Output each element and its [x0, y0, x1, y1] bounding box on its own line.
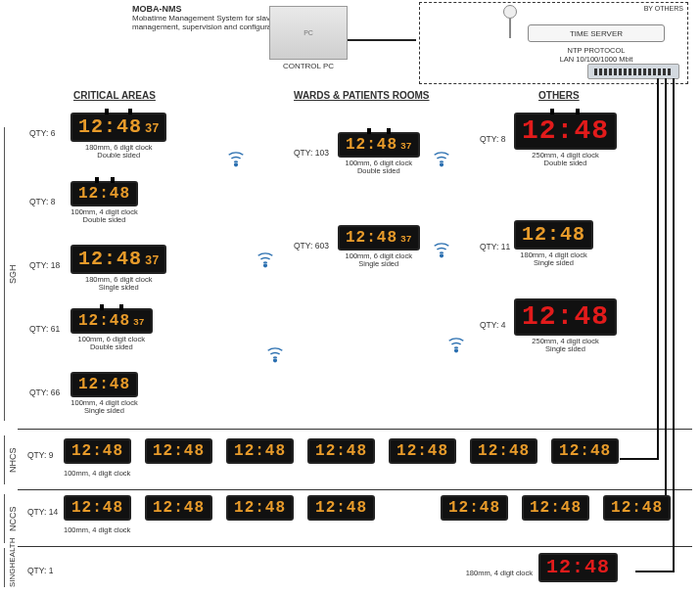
clock-caption: 100mm, 6 digit clockDouble sided [338, 160, 420, 176]
clock-time: 12:48 [611, 500, 663, 516]
clock-time: 12:48 [234, 443, 286, 459]
clock-time: 12:48 [448, 500, 500, 516]
clock-item: 12:48180mm, 4 digit clockSingle sided [514, 220, 593, 268]
clock-item: 12:48250mm, 4 digit clockSingle sided [514, 298, 617, 354]
clock-item: 12:4837180mm, 6 digit clockDouble sided [70, 113, 166, 160]
clock-time: 12:48 [78, 377, 130, 392]
control-pc-label: CONTROL PC [269, 62, 348, 70]
clock-caption: 180mm, 6 digit clockDouble sided [70, 144, 166, 160]
clock-seconds: 37 [145, 255, 159, 267]
time-server-labels: NTP PROTOCOL LAN 10/100/1000 Mbit [528, 46, 665, 64]
clock-item: 12:48250mm, 4 digit clockDouble sided [514, 113, 617, 168]
digital-clock: 12:4837 [70, 308, 153, 334]
diagram-root: MOBA-NMS Mobatime Management System for … [0, 0, 700, 594]
digital-clock: 12:48 [470, 438, 537, 464]
lan-speed-label: LAN 10/100/1000 Mbit [528, 55, 665, 64]
clock-time: 12:48 [315, 500, 367, 516]
nccs-row-right: 12:4812:4812:48 [441, 495, 671, 521]
clock-time: 12:48 [346, 137, 397, 153]
clock-time: 12:48 [71, 443, 123, 459]
clock-time: 12:48 [478, 443, 530, 459]
clock-caption: 100mm, 4 digit clock [64, 526, 142, 534]
clock-time: 12:48 [78, 250, 142, 269]
clock-seconds: 37 [400, 235, 412, 245]
digital-clock: 12:48 [64, 438, 131, 464]
trunk-line [657, 78, 659, 460]
clock-time: 12:48 [153, 500, 205, 516]
qty-label: QTY: 603 [294, 241, 329, 251]
control-pc: PC CONTROL PC [269, 6, 348, 70]
clock-time: 12:48 [522, 117, 609, 145]
section-divider [18, 546, 692, 547]
control-pc-image: PC [269, 6, 348, 60]
qty-label: QTY: 8 [480, 134, 505, 144]
digital-clock: 12:48 [70, 372, 138, 397]
digital-clock: 12:48 [441, 495, 508, 521]
clock-item: 12:4837100mm, 6 digit clockDouble sided [338, 132, 420, 176]
wifi-icon [431, 147, 452, 168]
clock-time: 12:48 [71, 500, 123, 516]
clock-time: 12:48 [546, 558, 610, 577]
section-label-nccs: NCCS [4, 494, 18, 543]
clock-time: 12:48 [346, 230, 397, 246]
nhcs-row: 12:4812:4812:4812:4812:4812:4812:48 [64, 438, 619, 464]
time-server-box: BY OTHERS TIME SERVER NTP PROTOCOL LAN 1… [419, 2, 688, 84]
svg-point-3 [441, 163, 443, 166]
clock-caption: 100mm, 4 digit clockDouble sided [70, 208, 138, 225]
clock-caption: 100mm, 6 digit clockSingle sided [338, 252, 420, 269]
section-label-nhcs: NHCS [4, 435, 18, 484]
digital-clock: 12:48 [64, 495, 131, 521]
trunk-line [620, 458, 659, 460]
digital-clock: 12:48 [307, 495, 375, 521]
clock-seconds: 37 [145, 123, 159, 135]
qty-label: QTY: 11 [480, 242, 510, 251]
wire-pc-to-server [348, 39, 416, 41]
clock-seconds: 37 [133, 318, 145, 328]
qty-label: QTY: 9 [27, 450, 53, 460]
digital-clock: 12:48 [307, 438, 375, 464]
clock-caption: 100mm, 6 digit clockDouble sided [70, 336, 153, 352]
clock-time: 12:48 [78, 117, 142, 137]
section-divider [18, 489, 692, 490]
gps-pole [509, 19, 511, 38]
by-others-label: BY OTHERS [644, 5, 683, 12]
trunk-line [635, 571, 675, 572]
header-wards: WARDS & PATIENTS ROOMS [294, 90, 430, 101]
digital-clock: 12:48 [522, 495, 589, 521]
digital-clock: 12:48 [70, 181, 138, 206]
section-label-singhealth: SINGHEALTH [4, 548, 17, 587]
digital-clock: 12:48 [145, 495, 212, 521]
trunk-line [665, 78, 667, 514]
qty-label: QTY: 66 [29, 388, 60, 397]
clock-caption: 180mm, 4 digit clock [448, 570, 533, 577]
clock-time: 12:48 [559, 443, 611, 459]
clock-item: 12:4837100mm, 6 digit clockSingle sided [338, 225, 420, 269]
svg-point-0 [235, 163, 238, 166]
qty-label: QTY: 103 [294, 148, 329, 158]
header-critical-areas: CRITICAL AREAS [73, 90, 156, 101]
clock-item: 12:48 [538, 553, 618, 582]
digital-clock: 12:48 [551, 438, 619, 464]
clock-item: 12:4837100mm, 6 digit clockDouble sided [70, 308, 153, 352]
qty-label: QTY: 1 [27, 566, 53, 575]
clock-item: 12:48100mm, 4 digit clockDouble sided [70, 181, 138, 225]
qty-label: QTY: 4 [480, 320, 505, 330]
clock-item: 12:48100mm, 4 digit clockSingle sided [70, 372, 138, 416]
trunk-line [673, 78, 675, 572]
wifi-icon [445, 333, 467, 354]
clock-item: 12:4837180mm, 6 digit clockSingle sided [70, 245, 166, 293]
qty-label: QTY: 14 [27, 507, 58, 517]
wifi-icon [431, 238, 452, 259]
qty-label: QTY: 6 [29, 128, 55, 138]
top-bar: MOBA-NMS Mobatime Management System for … [0, 0, 700, 88]
svg-point-1 [264, 264, 267, 267]
digital-clock: 12:48 [603, 495, 671, 521]
digital-clock: 12:4837 [338, 225, 420, 251]
clock-time: 12:48 [315, 443, 367, 459]
time-server-device: TIME SERVER [528, 24, 665, 42]
clock-time: 12:48 [530, 500, 582, 516]
wifi-icon [225, 147, 247, 168]
wifi-icon [255, 248, 276, 269]
digital-clock: 12:48 [514, 298, 617, 336]
svg-point-4 [441, 254, 443, 257]
